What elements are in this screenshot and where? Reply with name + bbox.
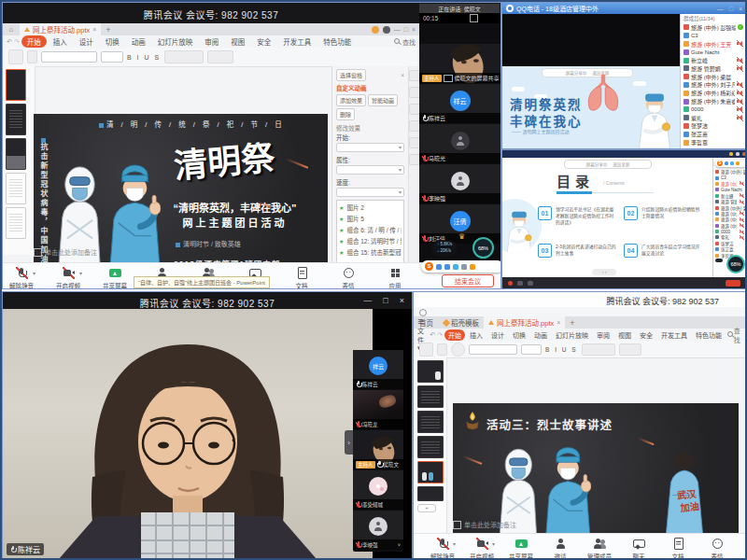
wps-document-tab[interactable]: 网上祭拜活动.pptx × <box>484 316 565 329</box>
delete-effect-button[interactable]: 删除 <box>336 108 355 120</box>
window-maximize-icon[interactable]: □ <box>383 296 388 305</box>
member-row[interactable]: 旅游 (中外) 杨彩虹 <box>681 89 746 97</box>
toolbar-button[interactable]: ▾ 开启视频 <box>52 267 84 289</box>
ribbon-tab[interactable]: 插入 <box>466 329 486 341</box>
ribbon-tab[interactable]: 视图 <box>614 329 635 341</box>
meeting-titlebar[interactable]: 腾讯会议 会议号: 982 902 537 <box>414 292 746 308</box>
new-tab-button[interactable]: + <box>565 316 579 329</box>
format-painter-button[interactable] <box>27 50 37 63</box>
paste-button[interactable] <box>8 49 23 64</box>
window-minimize-icon[interactable]: — <box>717 6 724 12</box>
slide-thumbnail[interactable] <box>417 436 444 458</box>
close-icon[interactable] <box>742 152 746 156</box>
end-meeting-button[interactable]: 结束会议 <box>442 274 494 287</box>
hang-up-button[interactable] <box>726 280 740 287</box>
camera-control-icon[interactable] <box>517 281 523 286</box>
muted-speaker-icon[interactable] <box>737 65 743 72</box>
font-style-buttons[interactable]: B I U S <box>545 346 578 353</box>
toolbar-button[interactable]: ▾ 表情 <box>332 267 364 289</box>
expand-icon[interactable] <box>470 14 478 22</box>
paragraph-tools[interactable] <box>582 343 615 356</box>
ribbon-tab[interactable]: 开始 <box>21 35 47 48</box>
meeting-titlebar[interactable]: 腾讯会议 会议号: 982 902 537 — □ × <box>3 292 412 309</box>
find-button[interactable]: 查找 <box>394 37 416 47</box>
paste-button[interactable] <box>419 343 433 357</box>
font-size-select[interactable] <box>521 344 542 355</box>
ime-settings-icon[interactable] <box>736 161 740 165</box>
notes-hint[interactable]: 单击此处添加备注 <box>453 520 516 529</box>
slide-thumbnail[interactable] <box>417 360 444 383</box>
smart-animation-button[interactable]: 智能动画 <box>368 94 398 106</box>
muted-speaker-icon[interactable] <box>740 182 744 187</box>
member-row[interactable]: 张梦洁 <box>681 122 746 131</box>
property-select[interactable] <box>336 165 404 175</box>
sogou-ime-bar[interactable]: S <box>421 260 501 273</box>
toolbar-button[interactable]: ▾ 聊天 <box>624 538 654 560</box>
add-effect-button[interactable]: 添加效果 <box>336 94 366 106</box>
skin-icon[interactable] <box>372 26 379 34</box>
member-row[interactable]: 新立峰 <box>681 56 746 64</box>
record-icon[interactable] <box>508 281 513 286</box>
paragraph-tools[interactable] <box>164 50 204 63</box>
member-row[interactable]: 0000 <box>681 105 746 114</box>
muted-speaker-icon[interactable] <box>737 81 743 88</box>
muted-speaker-icon[interactable] <box>740 235 744 240</box>
ribbon-tab[interactable]: 开始 <box>444 329 465 341</box>
chevron-down-icon[interactable]: ▾ <box>33 270 35 276</box>
selection-pane-button[interactable]: 选择窗格 <box>336 69 366 81</box>
ime-emoji-icon[interactable] <box>453 264 458 270</box>
slide-thumbnail[interactable] <box>6 207 26 239</box>
redo-icon[interactable]: ↷ <box>437 331 443 339</box>
ime-emoji-icon[interactable] <box>730 161 734 165</box>
muted-speaker-icon[interactable] <box>740 193 744 198</box>
muted-speaker-icon[interactable] <box>737 40 743 47</box>
slide-thumbnail[interactable] <box>417 486 444 501</box>
mic-control-icon[interactable] <box>528 281 533 286</box>
member-row[interactable]: 旅游 (中外) 朱嘉睿 <box>681 97 746 105</box>
muted-speaker-icon[interactable] <box>740 223 744 228</box>
participant-tile[interactable]: 李映强˅ <box>353 511 403 550</box>
toolbar-button[interactable]: ▾ 文档 <box>286 267 317 289</box>
window-close-icon[interactable]: × <box>412 26 416 33</box>
ribbon-tab[interactable]: 安全 <box>251 35 276 48</box>
toolbar-button[interactable]: ▾ 应用 <box>379 267 411 289</box>
ribbon-tab[interactable]: 开发工具 <box>657 329 691 341</box>
ribbon-tab[interactable]: 视图 <box>225 35 250 48</box>
meeting-titlebar[interactable]: 腾讯会议 会议号: 982 902 537 正在讲话: 侯晓文 00:15 <box>3 3 500 23</box>
participant-tile[interactable]: 祥云 陈祥云 <box>353 350 403 389</box>
ribbon-tab[interactable]: 切换 <box>100 35 125 48</box>
toolbar-button[interactable]: ▾ 共享屏幕 <box>506 538 536 560</box>
animation-item[interactable]: ★ 组合 6: 清 / 明 / 传 / 统 / 祭… <box>339 225 402 234</box>
shape-tools[interactable] <box>207 50 233 63</box>
muted-speaker-icon[interactable] <box>737 106 743 113</box>
slide-thumbnail[interactable] <box>417 385 444 408</box>
close-tab-icon[interactable]: × <box>92 26 96 33</box>
ribbon-tab[interactable]: 切换 <box>509 329 529 341</box>
participant-tile[interactable]: 墨染倾城 <box>353 470 403 510</box>
wps-document-tab[interactable]: 网上祭拜活动.pptx × <box>20 23 101 35</box>
muted-speaker-icon[interactable] <box>737 90 743 96</box>
ribbon-tab[interactable]: 设计 <box>487 329 508 341</box>
animation-item[interactable]: ★ 图片 2 <box>339 203 402 212</box>
sync-icon[interactable] <box>419 309 427 316</box>
sogou-ime-bar[interactable]: S <box>715 160 747 167</box>
font-family-select[interactable] <box>41 51 97 63</box>
ribbon-tab[interactable]: 动画 <box>126 35 151 48</box>
chevron-down-icon[interactable]: ▾ <box>79 270 82 276</box>
new-tab-button[interactable]: + <box>101 23 115 35</box>
slide-nav-pill[interactable]: ‹ › <box>592 269 616 275</box>
ribbon-tab[interactable]: 插入 <box>48 35 73 48</box>
participant-tile[interactable]: 李映强 <box>419 164 500 203</box>
animation-item[interactable]: ★ 图片 5 <box>339 214 402 223</box>
format-painter-button[interactable] <box>437 343 447 356</box>
muted-speaker-icon[interactable] <box>737 98 743 105</box>
font-style-buttons[interactable]: B I U S <box>127 54 161 61</box>
ribbon-tab[interactable]: 幻灯片放映 <box>152 35 199 48</box>
wps-home-tab[interactable]: ⌂ <box>3 23 20 35</box>
participant-tile[interactable]: 主持人 侯晓文 <box>353 430 403 469</box>
muted-speaker-icon[interactable] <box>740 211 744 216</box>
account-avatar[interactable] <box>383 26 390 34</box>
toolbar-button[interactable]: ▾ 文档 <box>663 538 693 560</box>
ribbon-tab[interactable]: 审阅 <box>199 35 224 48</box>
muted-speaker-icon[interactable] <box>740 200 744 204</box>
